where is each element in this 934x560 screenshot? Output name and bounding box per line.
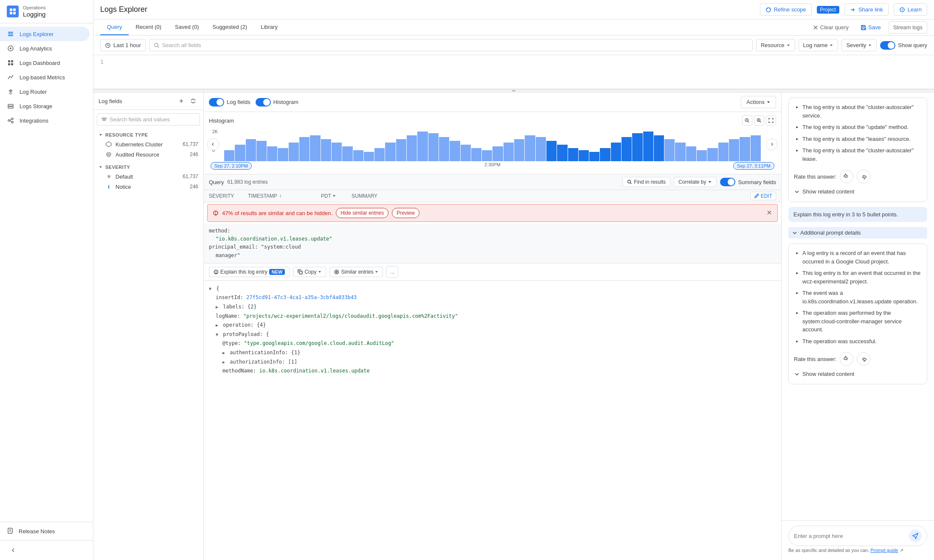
share-link-btn[interactable]: Share link bbox=[844, 3, 889, 16]
histogram-bar[interactable] bbox=[751, 135, 761, 161]
log-fields-switch[interactable] bbox=[209, 98, 224, 106]
log-fields-toggle[interactable]: Log fields bbox=[209, 98, 250, 106]
sidebar-item-log-metrics[interactable]: Log-based Metrics bbox=[0, 70, 90, 84]
histogram-bar[interactable] bbox=[246, 139, 256, 162]
proto-expand-btn[interactable]: ▼ bbox=[216, 331, 218, 339]
edit-columns-btn[interactable]: EDIT bbox=[750, 192, 776, 200]
histogram-bar[interactable] bbox=[718, 143, 729, 161]
histogram-bar[interactable] bbox=[321, 139, 331, 162]
histogram-bar[interactable] bbox=[600, 148, 610, 161]
more-options-btn[interactable]: ... bbox=[386, 266, 398, 278]
ai-send-btn[interactable] bbox=[909, 529, 922, 542]
histogram-bar[interactable] bbox=[417, 132, 428, 161]
expand-chart-btn[interactable] bbox=[766, 115, 776, 126]
show-query-toggle[interactable]: Show query bbox=[880, 41, 927, 50]
sidebar-item-logs-explorer[interactable]: Logs Explorer bbox=[0, 27, 90, 41]
histogram-switch[interactable] bbox=[256, 98, 271, 106]
ai-prompt-input[interactable] bbox=[794, 533, 906, 539]
prompt-guide-link[interactable]: Prompt guide bbox=[870, 548, 898, 553]
histogram-bar[interactable] bbox=[729, 139, 739, 162]
histogram-bar[interactable] bbox=[482, 150, 492, 161]
sidebar-collapse-btn[interactable] bbox=[7, 544, 20, 557]
histogram-bar[interactable] bbox=[289, 143, 299, 161]
histogram-next-btn[interactable] bbox=[766, 138, 778, 150]
thumbs-down-btn-2[interactable] bbox=[857, 352, 870, 366]
histogram-bar[interactable] bbox=[364, 152, 374, 161]
show-related-2[interactable]: Show related content bbox=[794, 369, 922, 379]
tab-saved[interactable]: Saved (0) bbox=[168, 20, 205, 35]
time-filter[interactable]: Last 1 hour bbox=[100, 39, 146, 51]
histogram-chart[interactable] bbox=[221, 127, 764, 161]
histogram-bar[interactable] bbox=[557, 145, 567, 161]
search-input-area[interactable]: Search all fields bbox=[149, 39, 753, 51]
authz-expand-btn[interactable]: ▶ bbox=[222, 358, 225, 366]
release-notes-label[interactable]: Release Notes bbox=[19, 528, 55, 535]
summary-fields-toggle[interactable]: Summary fields bbox=[720, 178, 776, 186]
col-pdt-header[interactable]: PDT bbox=[321, 193, 346, 199]
sidebar-item-integrations[interactable]: Integrations bbox=[0, 113, 90, 128]
toggle-switch[interactable] bbox=[880, 41, 895, 50]
clear-query-btn[interactable]: Clear query bbox=[808, 22, 853, 33]
panel-expand-btn[interactable] bbox=[176, 96, 186, 106]
histogram-bar[interactable] bbox=[342, 146, 352, 161]
histogram-bar[interactable] bbox=[579, 150, 589, 161]
histogram-bar[interactable] bbox=[546, 141, 557, 161]
histogram-bar[interactable] bbox=[224, 150, 234, 161]
learn-btn[interactable]: Learn bbox=[894, 3, 927, 16]
copy-btn[interactable]: Copy bbox=[293, 267, 326, 277]
histogram-prev-btn[interactable] bbox=[207, 138, 219, 150]
field-item-kubernetes[interactable]: Kubernetes Cluster 61,737 bbox=[93, 139, 203, 149]
refine-scope-btn[interactable]: Refine scope bbox=[760, 3, 812, 16]
tab-query[interactable]: Query bbox=[100, 20, 129, 35]
histogram-bar[interactable] bbox=[385, 143, 395, 161]
histogram-bar[interactable] bbox=[740, 137, 750, 161]
fields-search[interactable]: Search fields and values bbox=[97, 113, 200, 126]
histogram-bar[interactable] bbox=[310, 135, 320, 161]
histogram-bar[interactable] bbox=[707, 148, 717, 161]
sidebar-item-log-router[interactable]: Log Router bbox=[0, 84, 90, 99]
histogram-bar[interactable] bbox=[697, 150, 707, 161]
save-btn[interactable]: Save bbox=[856, 22, 885, 33]
root-expand-btn[interactable]: ▼ bbox=[209, 285, 211, 293]
sidebar-item-logs-storage[interactable]: Logs Storage bbox=[0, 99, 90, 113]
additional-prompt-details[interactable]: Additional prompt details bbox=[788, 227, 927, 238]
histogram-bar[interactable] bbox=[439, 137, 449, 161]
auth-expand-btn[interactable]: ▶ bbox=[222, 349, 225, 357]
histogram-toggle[interactable]: Histogram bbox=[256, 98, 298, 106]
tab-library[interactable]: Library bbox=[254, 20, 284, 35]
histogram-bar[interactable] bbox=[632, 133, 642, 161]
severity-header[interactable]: SEVERITY bbox=[93, 163, 203, 171]
operation-expand-btn[interactable]: ▶ bbox=[216, 322, 218, 329]
histogram-bar[interactable] bbox=[407, 135, 417, 161]
resource-type-header[interactable]: RESOURCE TYPE bbox=[93, 131, 203, 139]
hide-similar-btn[interactable]: Hide similar entries bbox=[336, 208, 388, 218]
histogram-bar[interactable] bbox=[235, 145, 245, 161]
thumbs-up-btn-1[interactable] bbox=[840, 170, 853, 183]
sidebar-item-log-analytics[interactable]: Log Analytics bbox=[0, 41, 90, 56]
histogram-bar[interactable] bbox=[278, 148, 288, 161]
histogram-bar[interactable] bbox=[450, 141, 460, 161]
preview-btn[interactable]: Preview bbox=[392, 208, 419, 218]
histogram-bar[interactable] bbox=[353, 150, 363, 161]
histogram-bar[interactable] bbox=[611, 143, 621, 161]
field-item-audited[interactable]: Audited Resource 246 bbox=[93, 149, 203, 160]
histogram-bar[interactable] bbox=[267, 146, 277, 161]
zoom-out-btn[interactable] bbox=[742, 115, 752, 126]
actions-btn[interactable]: Actions bbox=[741, 96, 776, 108]
histogram-bar[interactable] bbox=[589, 152, 599, 161]
sidebar-item-logs-dashboard[interactable]: Logs Dashboard bbox=[0, 56, 90, 70]
histogram-bar[interactable] bbox=[675, 143, 685, 161]
histogram-bar[interactable] bbox=[492, 146, 503, 161]
histogram-bar[interactable] bbox=[396, 139, 406, 162]
resource-filter[interactable]: Resource bbox=[756, 39, 795, 51]
histogram-bar[interactable] bbox=[461, 145, 471, 161]
thumbs-up-btn-2[interactable] bbox=[840, 352, 853, 366]
histogram-bar[interactable] bbox=[525, 135, 535, 161]
field-item-default[interactable]: ✱ Default 61,737 bbox=[93, 171, 203, 182]
show-related-1[interactable]: Show related content bbox=[794, 187, 922, 196]
log-detail[interactable]: ▼ { insertId: 27f5cd91-47c3-4ca1-a35a-3c… bbox=[204, 281, 781, 560]
panel-collapse-btn[interactable] bbox=[188, 96, 198, 106]
histogram-bar[interactable] bbox=[332, 143, 342, 161]
summary-switch[interactable] bbox=[720, 178, 735, 186]
histogram-bar[interactable] bbox=[299, 137, 309, 161]
